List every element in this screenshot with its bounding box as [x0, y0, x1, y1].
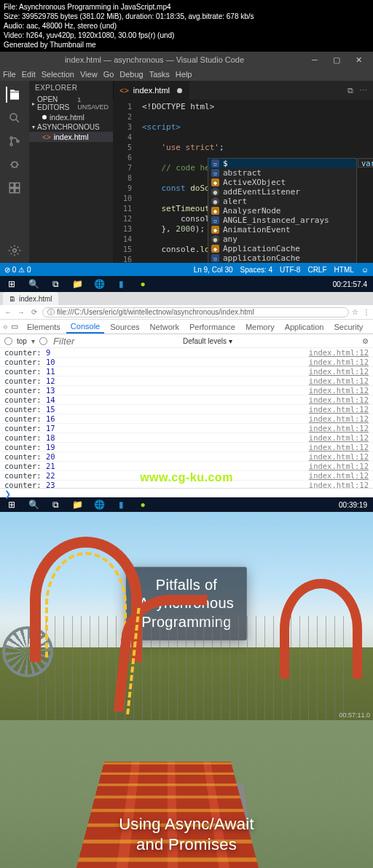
status-language[interactable]: HTML — [334, 266, 354, 274]
clear-console-icon[interactable] — [4, 337, 12, 345]
maximize-button[interactable]: ▢ — [326, 52, 347, 67]
extensions-activity-icon[interactable] — [7, 180, 23, 196]
split-editor-icon[interactable]: ⧉ — [348, 86, 353, 95]
source-link[interactable]: index.html:12 — [309, 471, 369, 480]
suggestion-item[interactable]: ◆AnalyserNode — [208, 206, 356, 216]
workspace-section[interactable]: ▾ASYNCHRONOUS — [29, 122, 113, 132]
source-link[interactable]: index.html:12 — [309, 376, 369, 385]
devtools-tab-network[interactable]: Network — [146, 321, 184, 333]
source-link[interactable]: index.html:12 — [309, 348, 369, 357]
source-link[interactable]: index.html:12 — [309, 367, 369, 376]
source-link[interactable]: index.html:12 — [309, 452, 369, 461]
suggestion-item[interactable]: ●addEventListener — [208, 187, 356, 197]
source-link[interactable]: index.html:12 — [309, 386, 369, 395]
intellisense-popup[interactable]: ▫$ ▫abstract ◆ActiveXObject ●addEventLis… — [208, 158, 357, 263]
forward-button[interactable]: → — [16, 308, 26, 316]
more-actions-icon[interactable]: ⋯ — [359, 86, 367, 95]
open-editors-section[interactable]: ▸OPEN EDITORS1 UNSAVED — [29, 95, 113, 112]
source-link[interactable]: index.html:12 — [309, 462, 369, 470]
chrome-tab[interactable]: 🗎 index.html — [3, 292, 58, 305]
devtools-tab-application[interactable]: Application — [280, 321, 329, 333]
status-feedback-icon[interactable]: ☺ — [361, 266, 369, 274]
explorer-taskbar-icon[interactable]: 📁 — [67, 277, 87, 291]
open-editor-file[interactable]: index.html — [29, 112, 113, 122]
suggestion-item[interactable]: ◆ActiveXObject — [208, 178, 356, 187]
device-toggle-icon[interactable]: ▭ — [11, 322, 18, 331]
search-activity-icon[interactable] — [7, 110, 23, 126]
minimize-button[interactable]: ─ — [305, 52, 325, 67]
chrome-taskbar-icon[interactable]: 🌐 — [89, 498, 109, 511]
inspect-element-icon[interactable]: ⟐ — [3, 322, 8, 331]
suggestion-item[interactable]: ◆ApplicationCache — [208, 244, 356, 253]
menu-tasks[interactable]: Tasks — [149, 70, 170, 79]
context-dropdown[interactable]: top — [17, 337, 27, 345]
devtools-tab-security[interactable]: Security — [329, 321, 367, 333]
devtools-tab-sources[interactable]: Sources — [106, 321, 144, 333]
back-button[interactable]: ← — [3, 308, 13, 316]
vscode-taskbar-icon[interactable]: ▮ — [111, 277, 131, 291]
reload-button[interactable]: ⟳ — [29, 308, 39, 316]
vscode-taskbar-icon[interactable]: ▮ — [111, 498, 131, 511]
start-button[interactable]: ⊞ — [1, 498, 22, 511]
suggestion-item[interactable]: ●any — [208, 234, 356, 244]
menu-selection[interactable]: Selection — [42, 70, 74, 79]
app-taskbar-icon[interactable]: ● — [133, 277, 153, 291]
status-problems[interactable]: ⊘ 0 ⚠ 0 — [4, 266, 31, 274]
suggestion-item[interactable]: ◆AnimationEvent — [208, 225, 356, 234]
devtools-tab-elements[interactable]: Elements — [23, 321, 65, 333]
status-indent[interactable]: Spaces: 4 — [240, 266, 272, 274]
menu-help[interactable]: Help — [176, 70, 192, 79]
suggestion-item[interactable]: ▫abstract — [208, 168, 356, 178]
source-link[interactable]: index.html:12 — [309, 481, 369, 488]
console-row: counter: 11index.html:12 — [0, 367, 373, 376]
close-button[interactable]: ✕ — [348, 52, 369, 67]
filter-eye-icon[interactable] — [39, 337, 47, 345]
source-link[interactable]: index.html:12 — [309, 433, 369, 442]
search-taskbar-icon[interactable]: 🔍 — [23, 498, 44, 511]
task-view-icon[interactable]: ⧉ — [45, 277, 66, 291]
chrome-menu-icon[interactable]: ⋮ — [363, 308, 370, 316]
manage-gear-icon[interactable] — [7, 242, 23, 259]
debug-activity-icon[interactable] — [7, 157, 23, 173]
menu-debug[interactable]: Debug — [119, 70, 143, 79]
source-link[interactable]: index.html:12 — [309, 424, 369, 433]
app-taskbar-icon[interactable]: ● — [133, 498, 153, 511]
editor-tab-index-html[interactable]: <> index.html — [113, 81, 189, 100]
source-link[interactable]: index.html:12 — [309, 443, 369, 451]
status-eol[interactable]: CRLF — [307, 266, 326, 274]
console-settings-icon[interactable]: ⚙ — [362, 337, 369, 345]
console-output[interactable]: counter: 9index.html:12counter: 10index.… — [0, 348, 373, 488]
chrome-taskbar-icon[interactable]: 🌐 — [89, 277, 109, 291]
code-editor[interactable]: 123456789101112131415161718192021222324 … — [113, 100, 373, 263]
log-levels-dropdown[interactable]: Default levels ▾ — [183, 337, 232, 345]
devtools-tab-memory[interactable]: Memory — [241, 321, 279, 333]
bookmark-star-icon[interactable]: ☆ — [352, 308, 358, 316]
source-link[interactable]: index.html:12 — [309, 405, 369, 414]
suggestion-item[interactable]: ▫applicationCache — [208, 253, 356, 263]
scm-activity-icon[interactable] — [7, 133, 23, 149]
suggestion-item[interactable]: ●alert — [208, 197, 356, 206]
devtools-tab-console[interactable]: Console — [66, 320, 104, 334]
menu-file[interactable]: File — [3, 70, 16, 79]
address-bar[interactable]: ⓘfile:///C:/Users/eric/git/wintellectnow… — [42, 307, 349, 317]
menu-edit[interactable]: Edit — [22, 70, 36, 79]
status-encoding[interactable]: UTF-8 — [280, 266, 300, 274]
workspace-file[interactable]: <>index.html — [29, 132, 113, 142]
status-cursor-pos[interactable]: Ln 9, Col 30 — [194, 266, 233, 274]
suggestion-item[interactable]: ▫ANGLE_instanced_arrays — [208, 216, 356, 225]
suggestion-item[interactable]: ▫$ — [208, 159, 356, 168]
menu-view[interactable]: View — [80, 70, 98, 79]
start-button[interactable]: ⊞ — [1, 277, 22, 291]
console-prompt[interactable]: ❯ — [0, 488, 373, 497]
source-link[interactable]: index.html:12 — [309, 358, 369, 366]
task-view-icon[interactable]: ⧉ — [45, 498, 66, 511]
explorer-activity-icon[interactable] — [6, 87, 22, 103]
search-taskbar-icon[interactable]: 🔍 — [23, 277, 44, 291]
source-link[interactable]: index.html:12 — [309, 414, 369, 423]
filter-input[interactable] — [52, 336, 178, 346]
explorer-taskbar-icon[interactable]: 📁 — [67, 498, 87, 511]
devtools-tab-audits[interactable]: Audits — [369, 321, 373, 333]
source-link[interactable]: index.html:12 — [309, 395, 369, 404]
menu-go[interactable]: Go — [103, 70, 114, 79]
devtools-tab-performance[interactable]: Performance — [185, 321, 240, 333]
